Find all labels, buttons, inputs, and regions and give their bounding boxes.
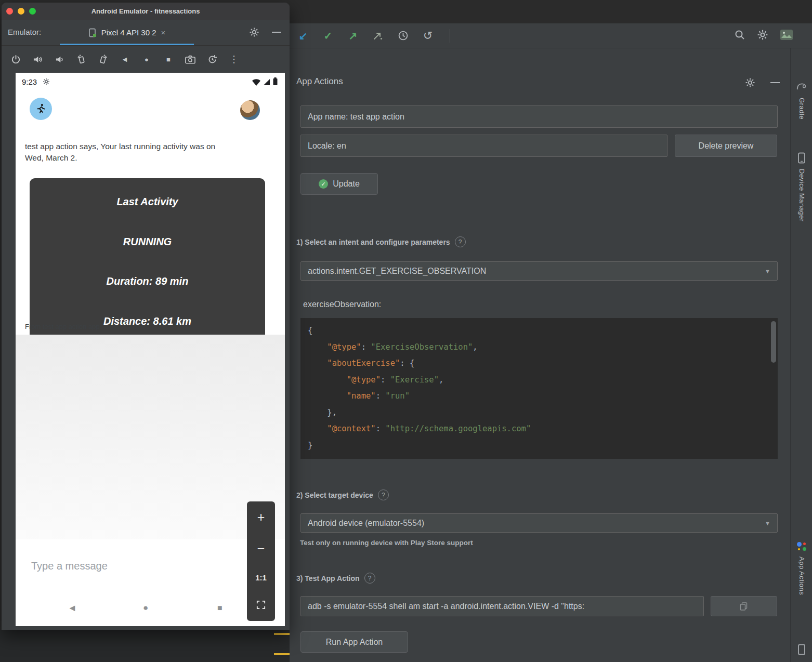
code-line: }, — [308, 405, 778, 421]
code-line: "name": "run" — [308, 388, 778, 405]
adb-command-input[interactable]: adb -s emulator-5554 shell am start -a a… — [300, 596, 704, 616]
update-check-icon: ✓ — [319, 179, 328, 189]
more-options-icon[interactable]: ⋮ — [229, 54, 239, 65]
message-input[interactable]: Type a message — [31, 560, 108, 572]
target-device-dropdown[interactable]: Android device (emulator-5554) ▼ — [300, 513, 778, 533]
device-phone-icon[interactable] — [791, 644, 812, 655]
panel-gear-icon[interactable] — [745, 77, 755, 90]
app-name-input[interactable]: App name: test app action — [300, 105, 778, 128]
run-check-icon[interactable]: ✓ — [322, 30, 334, 42]
ide-toolbar-right — [734, 25, 812, 47]
intent-dropdown[interactable]: actions.intent.GET_EXERCISE_OBSERVATION … — [300, 261, 778, 281]
gradle-icon[interactable] — [791, 81, 812, 91]
status-right-icons — [252, 77, 278, 86]
android-overview-button[interactable]: ■ — [217, 603, 222, 613]
volume-down-icon[interactable] — [54, 54, 64, 65]
update-button[interactable]: ✓ Update — [300, 173, 378, 195]
user-avatar — [240, 100, 260, 120]
emulator-window: Android Emulator - fitnessactions Emulat… — [2, 3, 290, 630]
rotate-left-icon[interactable] — [76, 54, 86, 65]
step2-help-icon[interactable]: ? — [378, 489, 389, 500]
emulator-settings-gear-icon[interactable] — [249, 27, 259, 39]
tool-button-app-actions[interactable]: App Actions — [791, 557, 812, 595]
copy-command-button[interactable] — [711, 596, 777, 616]
locale-value: Locale: en — [308, 141, 346, 151]
device-tab-icon — [88, 28, 97, 37]
code-line: { — [308, 323, 778, 339]
step3-label: 3) Test App Action — [296, 574, 360, 582]
fit-screen-button[interactable] — [256, 600, 266, 612]
zoom-ratio-button[interactable]: 1:1 — [255, 573, 267, 582]
from-app-label: From test app action app — [25, 323, 100, 330]
search-icon[interactable] — [734, 29, 745, 43]
rotate-right-icon[interactable] — [98, 54, 108, 65]
copy-icon — [740, 602, 748, 611]
window-title: Android Emulator - fitnessactions — [2, 7, 290, 15]
assistant-message: test app action says, Your last running … — [25, 141, 229, 164]
code-editor[interactable]: { "@type": "ExerciseObservation", "about… — [300, 318, 778, 459]
runner-icon — [35, 103, 47, 115]
back-icon[interactable]: ◄ — [120, 54, 130, 65]
device-manager-icon[interactable] — [791, 152, 812, 164]
bottom-left-background — [0, 630, 290, 662]
status-time: 9:23 — [22, 77, 37, 86]
run-app-action-button[interactable]: Run App Action — [300, 631, 408, 653]
emulator-titlebar: Android Emulator - fitnessactions — [2, 3, 290, 20]
phone-screen: 9:23 test app action says, Your last run… — [16, 73, 285, 626]
step1-row: 1) Select an intent and configure parame… — [296, 236, 466, 247]
overview-icon[interactable]: ■ — [163, 54, 174, 65]
tab-pixel4[interactable]: Pixel 4 API 30 2 × — [60, 20, 194, 45]
ide-top-strip — [290, 0, 812, 23]
step1-label: 1) Select an intent and configure parame… — [296, 238, 450, 246]
app-actions-label: App Actions — [798, 557, 806, 595]
undo-icon[interactable]: ↺ — [422, 30, 434, 42]
step2-row: 2) Select target device ? — [296, 489, 389, 500]
target-device-value: Android device (emulator-5554) — [308, 519, 424, 528]
snapshots-icon[interactable] — [207, 54, 217, 65]
status-gear-icon — [43, 78, 50, 87]
delete-preview-button[interactable]: Delete preview — [675, 135, 777, 157]
locale-input[interactable]: Locale: en — [300, 135, 667, 157]
attach-debugger-icon[interactable]: ↙ — [297, 30, 309, 42]
card-duration: Duration: 89 min — [30, 275, 265, 287]
code-line: "@type": "ExerciseObservation", — [308, 339, 778, 356]
android-home-button[interactable]: ● — [143, 603, 148, 613]
panel-minimize-icon[interactable] — [770, 82, 780, 83]
zoom-in-button[interactable]: + — [257, 511, 265, 524]
update-label: Update — [333, 179, 360, 189]
active-tab-underline — [60, 44, 194, 45]
screenshot-thumbnail-icon[interactable] — [780, 29, 793, 43]
card-activity-type: RUNNING — [30, 236, 265, 248]
chevron-down-icon: ▼ — [765, 520, 770, 526]
android-nav-bar: ◄ ● ■ — [16, 590, 285, 626]
tool-button-device-manager[interactable]: Device Manager — [791, 169, 812, 222]
home-icon[interactable]: ● — [141, 54, 152, 65]
code-line: "@type": "Exercise", — [308, 372, 778, 389]
profile-arrow-icon[interactable]: ↗ — [347, 30, 359, 42]
volume-up-icon[interactable] — [32, 54, 43, 65]
device-note: Test only on running device with Play St… — [300, 539, 473, 547]
emulator-minimize-icon[interactable] — [272, 32, 281, 33]
step-over-icon[interactable] — [372, 30, 384, 42]
code-editor-scrollbar[interactable] — [771, 321, 776, 363]
android-back-button[interactable]: ◄ — [68, 603, 77, 614]
zoom-out-button[interactable]: − — [257, 542, 265, 555]
step1-help-icon[interactable]: ? — [455, 236, 466, 247]
tab-close-icon[interactable]: × — [161, 28, 166, 37]
settings-gear-icon[interactable] — [757, 29, 768, 43]
yellow-marker-top — [274, 633, 290, 635]
clock-icon[interactable] — [397, 30, 409, 42]
power-icon[interactable] — [10, 54, 21, 65]
tool-button-gradle[interactable]: Gradle — [791, 98, 812, 120]
screen: ↙ ✓ ↗ ↺ App Actions App name: test app a… — [0, 0, 812, 662]
step3-row: 3) Test App Action ? — [296, 573, 375, 584]
tab-label: Pixel 4 API 30 2 — [101, 28, 156, 37]
chat-background — [16, 335, 285, 539]
app-name-value: App name: test app action — [308, 112, 404, 122]
camera-icon[interactable] — [185, 54, 195, 65]
step3-help-icon[interactable]: ? — [364, 573, 375, 584]
assistant-icon[interactable] — [791, 541, 812, 551]
parameter-name-label: exerciseObservation: — [303, 300, 381, 309]
battery-icon — [273, 77, 278, 86]
app-avatar-runner — [30, 98, 52, 120]
